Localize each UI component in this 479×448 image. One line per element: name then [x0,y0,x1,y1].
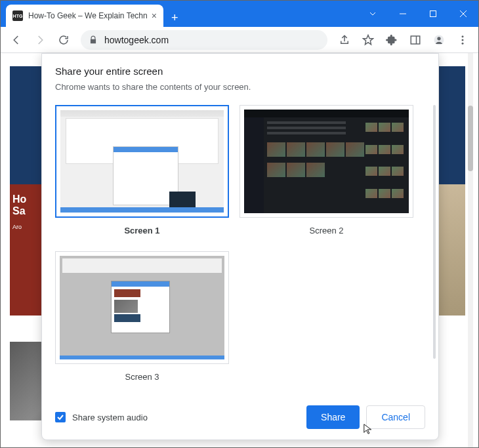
extensions-icon[interactable] [381,30,402,51]
hero-line2: Sa [12,205,40,217]
cancel-button[interactable]: Cancel [366,405,425,429]
close-tab-icon[interactable]: × [152,10,157,21]
share-icon[interactable] [334,30,355,51]
side-panel-icon[interactable] [405,30,426,51]
page-scrollbar[interactable] [468,106,473,171]
checkbox-checked-icon [55,412,66,422]
checkbox-label: Share system audio [72,413,148,422]
dialog-scrollbar[interactable] [433,105,436,387]
address-bar[interactable]: howtogeek.com [81,30,327,50]
share-screen-dialog: Share your entire screen Chrome wants to… [41,53,439,440]
titlebar: HTG How-To Geek – We Explain Techn × + [1,1,478,27]
screen-label: Screen 3 [55,372,229,387]
close-window-button[interactable] [448,1,478,27]
screen-thumbnail [60,110,224,213]
bookmark-icon[interactable] [358,30,379,51]
screen-option-2[interactable]: Screen 2 [240,105,413,241]
screen-option-3[interactable]: Screen 3 [55,251,229,387]
screen-thumbnail [244,110,409,213]
screen-label: Screen 1 [55,226,229,241]
svg-point-5 [462,39,464,41]
svg-point-4 [462,35,464,37]
dialog-subtitle: Chrome wants to share the contents of yo… [55,82,425,92]
svg-point-6 [462,42,464,44]
forward-button[interactable] [30,30,51,51]
profile-icon[interactable] [428,30,449,51]
menu-icon[interactable] [452,30,473,51]
dialog-title: Share your entire screen [55,66,425,77]
svg-rect-0 [430,11,436,17]
screen-label: Screen 2 [240,226,413,241]
minimize-button[interactable] [388,1,418,27]
maximize-button[interactable] [418,1,448,27]
back-button[interactable] [6,30,27,51]
share-button[interactable]: Share [306,405,360,429]
toolbar: howtogeek.com [1,27,478,53]
url-text: howtogeek.com [104,35,320,45]
browser-window: HTG How-To Geek – We Explain Techn × + h… [0,0,479,448]
tab-title: How-To Geek – We Explain Techn [28,11,148,20]
favicon: HTG [12,10,23,21]
browser-tab[interactable]: HTG How-To Geek – We Explain Techn × [6,5,163,27]
hero-sub: Aro [12,224,40,230]
lock-icon [89,35,98,45]
screen-option-1[interactable]: Screen 1 [55,105,229,241]
reload-button[interactable] [53,30,74,51]
screen-thumbnail [60,256,224,359]
chevron-down-icon[interactable] [358,1,388,27]
svg-rect-1 [411,36,420,44]
new-tab-button[interactable]: + [163,9,186,27]
svg-point-3 [437,37,440,40]
hero-line1: Ho [12,193,40,205]
share-audio-checkbox[interactable]: Share system audio [55,412,148,422]
